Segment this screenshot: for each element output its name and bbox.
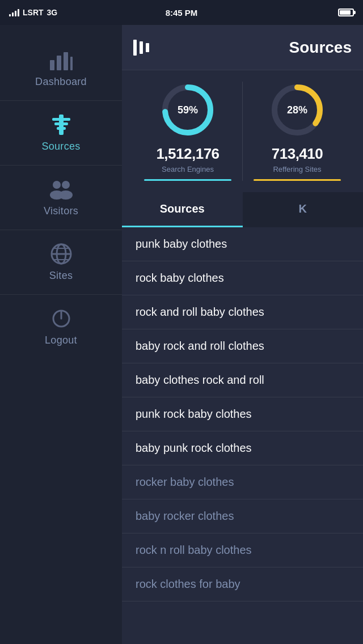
battery-icon: [338, 9, 354, 16]
list-item[interactable]: baby punk rock clothes: [122, 431, 363, 465]
sites-label: Sites: [49, 270, 73, 282]
svg-rect-5: [52, 118, 70, 121]
list-item[interactable]: rock n roll baby clothes: [122, 533, 363, 567]
list-item[interactable]: rocker baby clothes: [122, 465, 363, 499]
list-section: punk baby clothesrock baby clothesrock a…: [122, 227, 363, 644]
stat-desc-referring: Reffering Sites: [273, 165, 321, 173]
dashboard-label: Dashboard: [35, 76, 87, 88]
sidebar-item-logout[interactable]: Logout: [0, 295, 122, 359]
stats-row: 59% 1,512,176 Search Engines 28%: [133, 82, 352, 181]
signal-bars-icon: [9, 9, 19, 16]
tab-keywords[interactable]: K: [243, 192, 364, 227]
list-item[interactable]: rock baby clothes: [122, 261, 363, 295]
visitors-label: Visitors: [44, 205, 78, 217]
status-right: [338, 9, 354, 16]
sidebar-item-visitors[interactable]: Visitors: [0, 166, 122, 230]
visitors-icon: [49, 178, 74, 201]
dashboard-icon: [49, 49, 74, 71]
list-item[interactable]: punk baby clothes: [122, 227, 363, 261]
sidebar: Dashboard Sources Visitors: [0, 25, 122, 644]
stat-number-referring: 713,410: [272, 145, 323, 163]
tabs-row: Sources K: [122, 192, 363, 227]
svg-rect-0: [50, 60, 54, 70]
content-area: Sources 59% 1,512,176 Search Engines: [122, 25, 363, 644]
page-title: Sources: [289, 39, 352, 57]
svg-point-9: [62, 181, 70, 189]
stats-section: 59% 1,512,176 Search Engines 28%: [122, 70, 363, 192]
list-item[interactable]: baby clothes rock and roll: [122, 363, 363, 397]
underline-cyan: [144, 179, 231, 181]
stat-desc-search: Search Engines: [162, 165, 214, 173]
svg-rect-2: [64, 52, 68, 70]
donut-percent-search: 59%: [178, 104, 198, 116]
svg-point-11: [59, 190, 73, 200]
logout-icon: [49, 307, 74, 330]
carrier-label: LSRT: [23, 8, 44, 17]
main-layout: Dashboard Sources Visitors: [0, 25, 363, 644]
svg-rect-6: [54, 122, 68, 125]
sources-label: Sources: [41, 141, 80, 152]
list-item[interactable]: rock and roll baby clothes: [122, 295, 363, 329]
network-label: 3G: [47, 8, 58, 17]
status-left: LSRT 3G: [9, 8, 57, 17]
svg-rect-1: [57, 56, 61, 70]
sources-icon: [49, 113, 74, 136]
sidebar-item-dashboard[interactable]: Dashboard: [0, 36, 122, 101]
svg-rect-7: [57, 127, 66, 130]
sidebar-item-sites[interactable]: Sites: [0, 230, 122, 295]
stat-search-engines[interactable]: 59% 1,512,176 Search Engines: [133, 82, 243, 181]
stat-referring-sites[interactable]: 28% 713,410 Reffering Sites: [243, 82, 352, 181]
stat-number-search: 1,512,176: [156, 145, 219, 163]
underline-yellow: [254, 179, 341, 181]
battery-fill: [340, 10, 351, 15]
list-item[interactable]: rock clothes for baby: [122, 567, 363, 601]
tab-sources[interactable]: Sources: [122, 192, 243, 227]
donut-search: 59%: [159, 82, 216, 138]
sidebar-item-sources[interactable]: Sources: [0, 101, 122, 166]
time-label: 8:45 PM: [166, 8, 198, 18]
donut-percent-referring: 28%: [287, 104, 307, 116]
list-item[interactable]: punk rock baby clothes: [122, 397, 363, 431]
header-menu-icon[interactable]: [133, 40, 149, 56]
content-header: Sources: [122, 25, 363, 70]
svg-point-8: [53, 181, 61, 189]
status-bar: LSRT 3G 8:45 PM: [0, 0, 363, 25]
svg-rect-3: [70, 57, 73, 70]
list-item[interactable]: baby rocker clothes: [122, 499, 363, 533]
donut-referring: 28%: [269, 82, 326, 138]
logout-label: Logout: [45, 334, 77, 346]
sites-icon: [49, 243, 74, 265]
list-item[interactable]: baby rock and roll clothes: [122, 329, 363, 363]
